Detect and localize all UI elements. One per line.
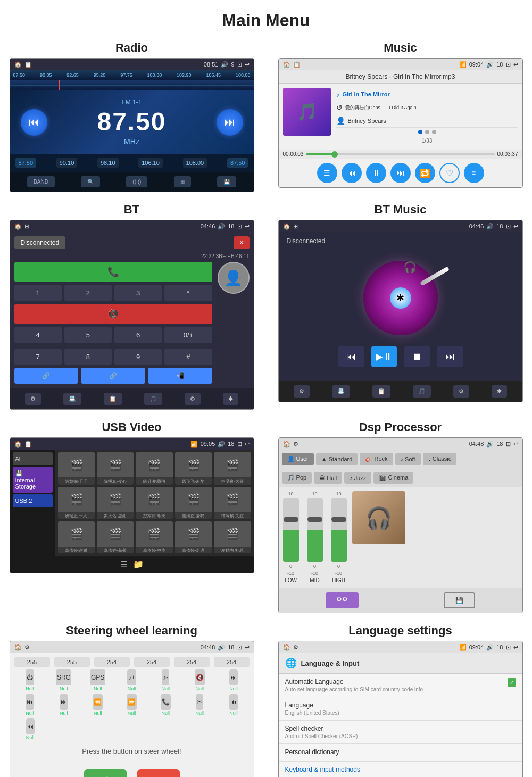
bt-bluetooth-btn[interactable]: ✱ <box>223 393 238 405</box>
sw-prev-btn[interactable]: ⏮ <box>26 694 34 710</box>
usb-nav-all[interactable]: All <box>13 452 53 465</box>
sw-rew-btn[interactable]: ⏪ <box>93 694 103 710</box>
sw-power-btn[interactable]: ⏻ <box>26 669 34 685</box>
usb-list-btn[interactable]: ☰ <box>120 559 128 569</box>
dsp-mode-soft[interactable]: ♪ Soft <box>395 453 421 465</box>
lang-item-spell[interactable]: Spell checker Android Spell Checker (AOS… <box>279 721 522 744</box>
bt-gear-btn[interactable]: ⚙ <box>185 393 201 405</box>
bt-unlink-btn[interactable]: 🔗 <box>81 368 145 384</box>
bt-hangup-btn[interactable]: 📵 <box>14 304 212 324</box>
lang-item-keyboard[interactable]: Keyboard & input methods <box>279 762 522 777</box>
radio-preset-2[interactable]: 90.10 <box>56 158 78 168</box>
dsp-mode-jazz[interactable]: ♪ Jazz <box>344 472 371 484</box>
radio-loop-btn[interactable]: ⊞ <box>174 176 191 187</box>
btm-music-icon-btn[interactable]: 🎵 <box>413 385 431 398</box>
music-progress-track[interactable] <box>306 153 494 155</box>
list-item[interactable]: 🎬左麟右李·总 <box>214 521 251 553</box>
usb-nav-internal[interactable]: 💾 Internal Storage <box>13 467 53 493</box>
list-item[interactable]: 🎬渡海正·爱我 <box>175 487 212 519</box>
bt-link-btn[interactable]: 🔗 <box>14 368 79 384</box>
btm-play-btn[interactable]: ▶⏸ <box>371 346 397 367</box>
btm-log-btn[interactable]: 📋 <box>372 385 390 398</box>
bt-key-2[interactable]: 2 <box>64 285 112 301</box>
sw-fwd-btn[interactable]: ⏩ <box>127 694 137 710</box>
dsp-mode-classic[interactable]: ♩ Classic <box>423 453 457 465</box>
music-repeat-btn[interactable]: 🔁 <box>415 163 435 183</box>
sw-back-icon[interactable]: ↩ <box>245 644 250 651</box>
sw-voladd-btn[interactable]: ♪+ <box>127 669 136 685</box>
radio-back-icon[interactable]: ↩ <box>245 61 250 68</box>
radio-preset-1[interactable]: 87.50 <box>15 158 37 168</box>
bt-key-hash[interactable]: # <box>164 349 212 365</box>
bt-key-4[interactable]: 4 <box>14 327 62 343</box>
radio-preset-3[interactable]: 98.10 <box>97 158 119 168</box>
sw-next-btn[interactable]: ⏭ <box>60 694 68 710</box>
sw-gps-btn[interactable]: GPS <box>90 669 105 685</box>
radio-scan-btn[interactable]: 🔍 <box>81 176 100 187</box>
lang-auto-check[interactable]: ✓ <box>508 678 516 687</box>
sw-volminus-btn[interactable]: ♪- <box>162 669 169 685</box>
music-playlist-btn[interactable]: ☰ <box>317 163 337 183</box>
radio-antenna-btn[interactable]: ((·)) <box>126 176 147 187</box>
bt-call-btn[interactable]: 📞 <box>14 262 212 282</box>
usb-nav-usb2[interactable]: USB 2 <box>13 494 53 507</box>
bt-contacts-btn[interactable]: 📇 <box>63 393 81 405</box>
bt-key-8[interactable]: 8 <box>64 349 112 365</box>
radio-preset-6[interactable]: 87.50 <box>227 158 248 168</box>
list-item[interactable]: 🎬卓依婷·谢谢 <box>58 521 95 553</box>
radio-save-btn[interactable]: 💾 <box>217 176 236 187</box>
dsp-thumb-high[interactable] <box>331 517 346 522</box>
bt-close-btn[interactable]: ✕ <box>234 236 250 249</box>
sw-mute-btn[interactable]: 🔇 <box>195 669 205 685</box>
list-item[interactable]: 🎬卓依婷·新菊 <box>97 521 134 553</box>
list-item[interactable]: 🎬谭咏麟·关渡 <box>214 487 251 519</box>
dsp-mode-cinema[interactable]: 🎬 Cinema <box>373 472 413 484</box>
bt-music-btn[interactable]: 🎵 <box>144 393 162 405</box>
sw-hangup-btn2[interactable]: ✂ <box>196 694 203 710</box>
bt-transfer-btn[interactable]: 📲 <box>148 368 212 384</box>
list-item[interactable]: 🎬卓依婷·中华 <box>136 521 172 553</box>
btm-back-icon[interactable]: ↩ <box>513 223 518 230</box>
btm-stop-btn[interactable]: ⏹ <box>404 346 430 367</box>
bt-key-6[interactable]: 6 <box>114 327 162 343</box>
list-item[interactable]: 🎬陈升·把恩仿 <box>136 452 172 485</box>
dsp-mode-pop[interactable]: 🎵 Pop <box>282 472 312 484</box>
btm-settings-btn[interactable]: ⚙ <box>294 385 310 398</box>
sw-reset-btn[interactable]: ⏮ALL <box>137 769 180 777</box>
music-queue-btn[interactable]: ≡ <box>464 163 484 183</box>
dsp-thumb-low[interactable] <box>284 517 298 522</box>
btm-bluetooth-btn[interactable]: ✱ <box>492 385 507 398</box>
list-item[interactable]: 🎬陈明真·变心 <box>97 452 134 485</box>
bt-key-star[interactable]: * <box>164 285 212 301</box>
music-next-btn[interactable]: ⏭ <box>390 163 411 183</box>
radio-next-btn[interactable]: ⏭ <box>217 109 243 136</box>
sw-src-btn[interactable]: SRC <box>56 669 71 685</box>
list-item[interactable]: 🎬卓依婷·走进 <box>175 521 212 553</box>
bt-key-5[interactable]: 5 <box>64 327 112 343</box>
dsp-equalizer-btn[interactable]: ⚙⚙ <box>326 592 359 608</box>
sw-ok-btn[interactable]: ✓ <box>84 769 127 777</box>
btm-next-btn[interactable]: ⏭ <box>437 346 463 367</box>
list-item[interactable]: 🎬罗大佑·恋曲 <box>97 487 134 519</box>
usb-back-icon[interactable]: ↩ <box>245 441 250 448</box>
dsp-mode-user[interactable]: 👤 User <box>282 453 314 465</box>
bt-key-3[interactable]: 3 <box>114 285 162 301</box>
bt-settings-btn[interactable]: ⚙ <box>25 393 41 405</box>
dsp-mode-hall[interactable]: 🏛 Hall <box>314 472 342 484</box>
bt-key-1[interactable]: 1 <box>14 285 62 301</box>
list-item[interactable]: 🎬凤飞飞·追梦 <box>175 452 212 485</box>
dsp-track-mid[interactable] <box>307 498 323 562</box>
btm-contacts-btn[interactable]: 📇 <box>332 385 350 398</box>
radio-preset-4[interactable]: 106.10 <box>138 158 163 168</box>
lang-item-personal[interactable]: Personal dictionary <box>279 744 522 762</box>
btm-prev-btn[interactable]: ⏮ <box>338 346 364 367</box>
radio-preset-5[interactable]: 108.00 <box>183 158 207 168</box>
list-item[interactable]: 🎬柯受良·大哥 <box>214 452 251 485</box>
list-item[interactable]: 🎬陈慧娴·千千 <box>58 452 95 485</box>
btm-gear-btn[interactable]: ⚙ <box>453 385 469 398</box>
sw-skip-btn[interactable]: ⏭ <box>229 669 238 685</box>
music-back-icon[interactable]: ↩ <box>513 61 518 68</box>
sw-call-btn2[interactable]: 📞 <box>161 694 171 710</box>
list-item[interactable]: 🎬彭家丽·昨天 <box>136 487 172 519</box>
radio-band-btn[interactable]: BAND <box>27 176 55 187</box>
